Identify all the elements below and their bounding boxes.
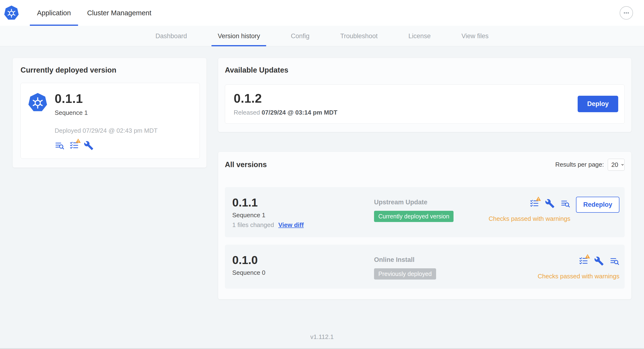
deploy-button[interactable]: Deploy <box>578 96 618 112</box>
version-number: 0.1.0 <box>232 254 374 266</box>
main-content: Currently deployed version <box>0 46 644 299</box>
version-sequence: Sequence 0 <box>232 269 374 276</box>
all-versions-header: All versions Results per page: 20 <box>225 159 625 171</box>
current-version-details: 0.1.1 Sequence 1 Deployed 07/29/24 @ 02:… <box>55 92 158 150</box>
version-row-actions: Checks passed with warnings Redeploy <box>488 197 620 222</box>
status-badge: Currently deployed version <box>374 211 454 222</box>
preflight-checks-warning-icon[interactable] <box>69 140 79 150</box>
current-version-title: Currently deployed version <box>20 66 200 74</box>
top-header: Application Cluster Management <box>0 0 644 26</box>
current-version-deployed-date: Deployed 07/29/24 @ 02:43 pm MDT <box>55 127 158 134</box>
preflight-checks-warning-icon[interactable] <box>578 256 588 266</box>
more-menu-button[interactable] <box>620 6 633 20</box>
released-label: Released <box>234 109 260 116</box>
current-version-sequence: Sequence 1 <box>55 109 158 116</box>
warning-triangle-icon <box>75 138 81 144</box>
subnav-license[interactable]: License <box>408 26 430 46</box>
subnav-troubleshoot[interactable]: Troubleshoot <box>340 26 378 46</box>
warning-triangle-icon <box>584 254 590 259</box>
redeploy-button[interactable]: Redeploy <box>576 197 620 213</box>
current-version-number: 0.1.1 <box>55 92 158 105</box>
files-changed-line: 1 files changed View diff <box>232 221 374 229</box>
edit-config-wrench-icon[interactable] <box>84 140 94 150</box>
ellipsis-icon <box>622 9 630 17</box>
current-version-card: Currently deployed version <box>13 58 206 168</box>
version-row-checks-column: Checks passed with warnings <box>488 197 570 222</box>
view-diff-link[interactable]: View diff <box>278 221 304 229</box>
app-subnav: Dashboard Version history Config Trouble… <box>0 26 644 46</box>
kubernetes-app-icon <box>28 92 47 112</box>
version-row-info: 0.1.0 Sequence 0 <box>232 254 374 276</box>
version-row: 0.1.0 Sequence 0 Online Install Previous… <box>225 245 625 288</box>
subnav-version-history[interactable]: Version history <box>218 26 260 46</box>
files-changed-count: 1 files changed <box>232 221 274 229</box>
preflight-checks-warning-icon[interactable] <box>530 198 539 208</box>
available-updates-title: Available Updates <box>225 66 625 74</box>
current-version-panel: 0.1.1 Sequence 1 Deployed 07/29/24 @ 02:… <box>20 83 200 159</box>
subnav-view-files[interactable]: View files <box>462 26 488 46</box>
version-row-source: Upstream Update Currently deployed versi… <box>374 197 488 222</box>
version-row: 0.1.1 Sequence 1 1 files changed View di… <box>225 187 625 237</box>
released-date-value: 07/29/24 @ 03:14 pm MDT <box>262 109 337 116</box>
results-per-page-label: Results per page: <box>555 161 604 168</box>
subnav-config[interactable]: Config <box>291 26 309 46</box>
current-version-actions <box>55 140 158 150</box>
warning-triangle-icon <box>536 196 541 202</box>
right-column: Available Updates 0.1.2 Released 07/29/2… <box>218 58 631 299</box>
top-tab-bar: Application Cluster Management <box>30 0 158 26</box>
results-per-page: Results per page: 20 <box>555 159 625 171</box>
all-versions-card: All versions Results per page: 20 0.1.1 … <box>218 152 631 299</box>
update-released-date: Released 07/29/24 @ 03:14 pm MDT <box>234 109 337 116</box>
release-notes-icon[interactable] <box>55 140 64 150</box>
available-updates-card: Available Updates 0.1.2 Released 07/29/2… <box>218 58 631 132</box>
update-version-number: 0.1.2 <box>234 92 337 105</box>
kubernetes-logo-icon <box>4 5 19 20</box>
update-details: 0.1.2 Released 07/29/24 @ 03:14 pm MDT <box>234 92 337 116</box>
edit-config-wrench-icon[interactable] <box>594 256 604 266</box>
status-badge: Previously deployed <box>374 268 436 280</box>
version-row-source: Online Install Previously deployed <box>374 254 538 280</box>
version-source-label: Online Install <box>374 256 538 264</box>
update-row: 0.1.2 Released 07/29/24 @ 03:14 pm MDT D… <box>225 84 625 124</box>
release-notes-icon[interactable] <box>560 198 570 208</box>
version-source-label: Upstream Update <box>374 198 488 206</box>
version-row-actions: Checks passed with warnings <box>538 254 620 280</box>
edit-config-wrench-icon[interactable] <box>545 198 555 208</box>
tab-cluster-management[interactable]: Cluster Management <box>80 0 158 26</box>
version-number: 0.1.1 <box>232 197 374 209</box>
version-row-checks-column: Checks passed with warnings <box>538 254 620 280</box>
results-per-page-select[interactable]: 20 <box>608 159 625 171</box>
checks-status-text: Checks passed with warnings <box>488 215 570 222</box>
checks-status-text: Checks passed with warnings <box>538 272 620 280</box>
version-sequence: Sequence 1 <box>232 212 374 219</box>
release-notes-icon[interactable] <box>610 256 620 266</box>
all-versions-title: All versions <box>225 160 267 169</box>
subnav-dashboard[interactable]: Dashboard <box>156 26 187 46</box>
console-version-label: v1.112.1 <box>310 333 334 340</box>
version-row-icons <box>578 256 620 266</box>
page-footer: v1.112.1 <box>0 299 644 348</box>
version-row-icons <box>530 198 570 208</box>
version-row-info: 0.1.1 Sequence 1 1 files changed View di… <box>232 197 374 229</box>
tab-application[interactable]: Application <box>30 0 78 26</box>
